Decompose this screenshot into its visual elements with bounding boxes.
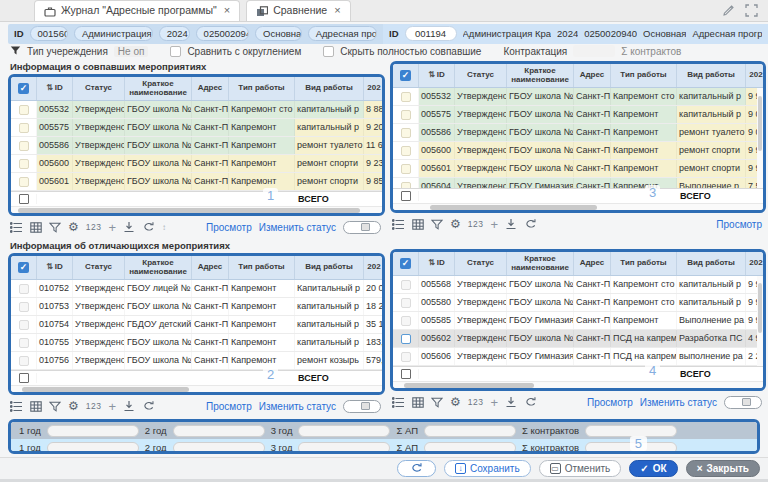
year1-input-bottom[interactable] (47, 442, 139, 454)
horizontal-scrollbar[interactable] (11, 206, 382, 213)
column-header-status[interactable]: Статус (73, 77, 125, 100)
column-header-short_name[interactable]: Краткое наименование (507, 64, 574, 87)
tab-compare[interactable]: Сравнение × (246, 0, 350, 21)
row-checkbox[interactable] (19, 123, 29, 133)
column-header-address[interactable]: Адрес (192, 77, 229, 100)
table-row[interactable]: 005602УтвержденоГБОУ школа №Санкт-ПетПСД… (393, 330, 763, 348)
record-org-field[interactable]: Администрация Кра (74, 26, 153, 41)
status-toggle[interactable] (343, 221, 381, 234)
column-header-work_type[interactable]: Тип работы (229, 256, 295, 279)
record-program-field[interactable]: Адресная програ (308, 26, 377, 41)
select-all-checkbox[interactable]: ✓ (11, 256, 37, 279)
record-id-field[interactable]: 001560 (30, 26, 68, 41)
column-header-work_kind[interactable]: Вид работы (295, 77, 364, 100)
grid-view-icon[interactable] (412, 219, 424, 230)
expand-fullscreen-icon[interactable] (745, 4, 758, 17)
download-icon[interactable] (505, 396, 517, 408)
row-checkbox[interactable] (401, 334, 411, 344)
column-header-status[interactable]: Статус (455, 64, 507, 87)
row-checkbox[interactable] (401, 128, 411, 138)
row-checkbox[interactable] (19, 320, 29, 330)
footer-checkbox[interactable] (401, 191, 411, 201)
row-checkbox[interactable] (401, 92, 411, 102)
numbering-icon[interactable]: 123 (86, 222, 102, 232)
filter-icon[interactable] (49, 401, 61, 412)
scroll-arrows-icon[interactable]: ↕ (162, 223, 166, 232)
table-row[interactable]: 010752УтвержденоГБОУ лицей №Санкт-ПетКап… (11, 280, 382, 298)
tab-close-icon[interactable]: × (224, 4, 230, 16)
row-checkbox[interactable] (19, 159, 29, 169)
filter-icon[interactable] (431, 397, 443, 408)
table-row[interactable]: 005600УтвержденоГБОУ школа №Санкт-ПетКап… (11, 155, 382, 173)
column-header-work_kind[interactable]: Вид работы (677, 252, 746, 275)
table-row[interactable]: 005585УтвержденоГБОУ ГимназияСанкт-ПетКа… (393, 312, 763, 330)
year3-input-bottom[interactable] (298, 442, 390, 454)
settings-gear-icon[interactable]: ⚙ (68, 220, 79, 234)
cancel-button[interactable]: ▭Отменить (539, 460, 622, 477)
save-button[interactable]: ↓Сохранить (444, 460, 531, 477)
select-all-checkbox[interactable]: ✓ (11, 77, 37, 100)
column-header-id[interactable]: ⇅ID (37, 77, 73, 100)
refresh-icon[interactable] (142, 221, 155, 233)
grid-view-icon[interactable] (30, 401, 42, 412)
year3-input-top[interactable] (298, 425, 390, 437)
table-row[interactable]: 005575УтвержденоГБОУ школа №Санкт-ПетКап… (393, 106, 763, 124)
refresh-button[interactable] (397, 460, 436, 477)
table-row[interactable]: 005601УтвержденоГБОУ школа №Санкт-ПетКап… (11, 173, 382, 191)
table-row[interactable]: 005568УтвержденоГБОУ школа №Санкт-ПетКап… (393, 276, 763, 294)
column-header-address[interactable]: Адрес (574, 64, 611, 87)
refresh-icon[interactable] (524, 218, 537, 230)
column-header-status[interactable]: Статус (73, 256, 125, 279)
table-row[interactable]: 005586УтвержденоГБОУ школа №Санкт-ПетКап… (393, 124, 763, 142)
numbering-icon[interactable]: 123 (468, 397, 484, 407)
change-status-link[interactable]: Изменить статус (259, 401, 336, 412)
refresh-icon[interactable] (524, 396, 537, 408)
column-header-id[interactable]: ⇅ID (37, 256, 73, 279)
numbering-icon[interactable]: 123 (86, 401, 102, 411)
horizontal-scrollbar[interactable] (393, 203, 763, 210)
column-header-work_kind[interactable]: Вид работы (295, 256, 364, 279)
table-row[interactable]: 010756УтвержденоГБОУ школа №Санкт-ПетКап… (11, 352, 382, 370)
column-header-short_name[interactable]: Краткое наименование (507, 252, 574, 275)
table-row[interactable]: 005575УтвержденоГБОУ школа №Санкт-ПетКап… (11, 119, 382, 137)
sum-ap-input-top[interactable] (424, 425, 516, 437)
view-link[interactable]: Просмотр (716, 219, 762, 230)
institution-type-value[interactable]: Не оп (114, 46, 149, 57)
row-checkbox[interactable] (19, 141, 29, 151)
sum-contracts-input-top[interactable] (585, 425, 677, 437)
edit-pencil-icon[interactable] (722, 4, 735, 17)
table-row[interactable]: 005532УтвержденоГБОУ школа №Санкт-ПетКап… (393, 88, 763, 106)
table-row[interactable]: 005601УтвержденоГБОУ школа №Санкт-ПетКап… (393, 160, 763, 178)
add-icon[interactable]: + (108, 399, 116, 414)
column-header-year[interactable]: 202 (746, 64, 766, 87)
row-checkbox[interactable] (19, 302, 29, 312)
download-icon[interactable] (505, 218, 517, 230)
download-icon[interactable] (123, 400, 135, 412)
footer-checkbox[interactable] (19, 373, 29, 383)
record-year-field[interactable]: 2024 (159, 26, 190, 41)
grid-view-icon[interactable] (30, 222, 42, 233)
row-checkbox[interactable] (401, 316, 411, 326)
filter-funnel-icon[interactable] (10, 45, 21, 58)
change-status-link[interactable]: Изменить статус (259, 222, 336, 233)
change-status-link[interactable]: Изменить статус (640, 397, 717, 408)
table-row[interactable]: 005600УтвержденоГБОУ школа №Санкт-ПетКап… (393, 142, 763, 160)
column-header-short_name[interactable]: Краткое наименование (125, 77, 192, 100)
row-checkbox[interactable] (401, 298, 411, 308)
row-checkbox[interactable] (401, 146, 411, 156)
table-row[interactable]: 010753УтвержденоГБОУ школа №Санкт-ПетКап… (11, 298, 382, 316)
refresh-icon[interactable] (142, 400, 155, 412)
ok-button[interactable]: ✓ОК (629, 460, 677, 477)
record-code-field[interactable]: 0250020940 (196, 26, 249, 41)
year1-input-top[interactable] (47, 425, 139, 437)
add-icon[interactable]: + (490, 395, 498, 410)
table-row[interactable]: 005586УтвержденоГБОУ школа №Санкт-ПетКап… (11, 137, 382, 155)
grid-view-icon[interactable] (412, 397, 424, 408)
column-header-year[interactable]: 202 (364, 77, 384, 100)
list-view-icon[interactable] (392, 397, 405, 408)
record-id-input[interactable]: 001194 (405, 26, 457, 41)
select-all-checkbox[interactable]: ✓ (393, 252, 419, 275)
view-link[interactable]: Просмотр (587, 397, 633, 408)
row-checkbox[interactable] (401, 352, 411, 362)
settings-gear-icon[interactable]: ⚙ (68, 399, 79, 413)
